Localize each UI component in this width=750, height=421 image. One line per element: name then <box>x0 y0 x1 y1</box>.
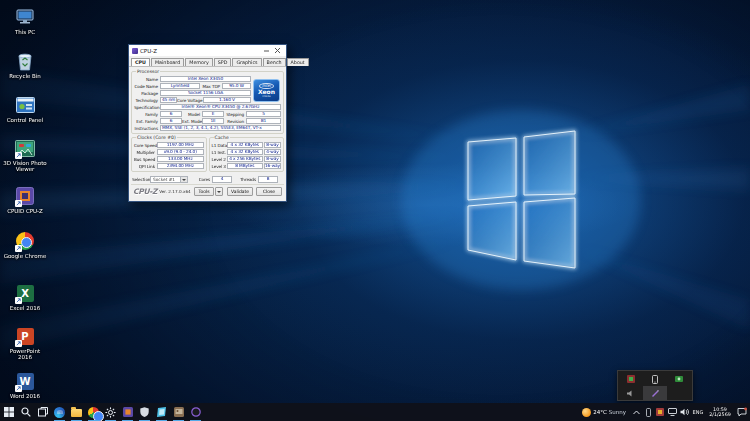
voltage-label: Core Voltage <box>177 98 203 103</box>
desktop-icon-this-pc[interactable]: This PC <box>2 6 48 35</box>
show-hidden-icons-chevron[interactable] <box>630 410 642 415</box>
l1-data-size: 4 x 32 KBytes <box>227 142 264 148</box>
socket-select-value: Socket #1 <box>151 177 180 182</box>
level3-label: Level 3 <box>212 164 227 169</box>
tab-graphics[interactable]: Graphics <box>232 58 261 66</box>
cores-value: 4 <box>212 176 232 183</box>
package-value: Socket 1156 LGA <box>160 90 251 96</box>
minimize-button[interactable] <box>261 45 272 56</box>
level2-label: Level 2 <box>212 157 227 162</box>
desktop-icon-recycle-bin[interactable]: Recycle Bin <box>2 50 48 79</box>
taskbar-photo-app-icon[interactable] <box>170 403 187 421</box>
start-button[interactable] <box>0 403 17 421</box>
tray-overflow-pen-icon[interactable] <box>643 386 667 400</box>
clocks-group: Clocks (Core #0) Core Speed1197.00 MHz M… <box>131 137 207 172</box>
instructions-value: MMX, SSE (1, 2, 3, 4.1, 4.2), SSSE3, EM6… <box>160 125 281 131</box>
tray-network-icon[interactable] <box>666 408 678 416</box>
cpuz-icon <box>14 185 36 207</box>
excel-icon: X <box>14 282 36 304</box>
tools-button[interactable]: Tools <box>194 187 214 196</box>
action-center-button[interactable] <box>734 407 750 417</box>
taskbar-purple-ring-app-icon[interactable] <box>187 403 204 421</box>
threads-value: 8 <box>258 176 278 183</box>
intel-xeon-badge-icon: intel Xeon inside <box>253 79 280 102</box>
wallpaper-vignette <box>0 0 750 421</box>
taskbar-settings-icon[interactable] <box>102 403 119 421</box>
taskbar-edge-icon[interactable] <box>51 403 68 421</box>
level3-way: 16-way <box>264 163 281 169</box>
desktop-icon-cpuid-cpuz[interactable]: CPUID CPU-Z <box>2 185 48 214</box>
tools-dropdown-button[interactable] <box>215 187 223 196</box>
language-indicator[interactable]: ENG <box>690 409 706 415</box>
tab-memory[interactable]: Memory <box>185 58 213 66</box>
taskbar-cpuz-icon[interactable] <box>119 403 136 421</box>
desktop-icon-label: 3D Vision Photo Viewer <box>2 160 48 172</box>
task-view-button[interactable] <box>34 403 51 421</box>
chrome-icon <box>14 230 36 252</box>
stepping-value: 5 <box>246 111 281 117</box>
desktop: This PC Recycle Bin Control Panel 3D Vis… <box>0 0 750 421</box>
close-button[interactable] <box>272 45 283 56</box>
technology-label: Technology <box>134 98 160 103</box>
weather-widget[interactable]: 24°C Sunny <box>578 408 630 417</box>
close-window-button[interactable]: Close <box>256 187 282 196</box>
taskbar-defender-icon[interactable] <box>136 403 153 421</box>
search-button[interactable] <box>17 403 34 421</box>
tray-overflow-cpuz-icon[interactable] <box>619 372 643 386</box>
cpuz-app-icon <box>132 48 138 54</box>
desktop-icon-google-chrome[interactable]: Google Chrome <box>2 230 48 259</box>
taskbar-chrome-icon[interactable] <box>85 403 102 421</box>
tray-overflow-graphics-icon[interactable] <box>667 372 691 386</box>
desktop-icon-excel[interactable]: X Excel 2016 <box>2 282 48 311</box>
l1-data-way: 8-way <box>264 142 281 148</box>
bus-speed-label: Bus Speed <box>134 157 157 162</box>
extmodel-label: Ext. Model <box>182 119 202 124</box>
tray-overflow-audio-icon[interactable] <box>619 386 643 400</box>
tray-overflow-device-icon[interactable] <box>643 372 667 386</box>
taskbar-clock[interactable]: 10:59 2/1/2569 <box>706 407 734 418</box>
desktop-icon-3d-vision[interactable]: 3D Vision Photo Viewer <box>2 137 48 172</box>
tab-about[interactable]: About <box>287 58 309 66</box>
taskbar-3d-vision-icon[interactable] <box>153 403 170 421</box>
desktop-icon-label: Google Chrome <box>2 253 48 259</box>
maxtdp-label: Max TDP <box>200 84 222 89</box>
desktop-icon-control-panel[interactable]: Control Panel <box>2 94 48 123</box>
revision-label: Revision <box>224 119 246 124</box>
window-title: CPU-Z <box>140 48 261 54</box>
cpuz-titlebar[interactable]: CPU-Z <box>129 45 286 56</box>
recycle-bin-icon <box>14 50 36 72</box>
taskbar-file-explorer-icon[interactable] <box>68 403 85 421</box>
stepping-label: Stepping <box>224 112 246 117</box>
tray-usb-icon[interactable] <box>642 408 654 417</box>
socket-select[interactable]: Socket #1 <box>150 176 188 183</box>
spec-value: Intel® Xeon® CPU X3450 @ 2.67GHz <box>160 104 281 110</box>
weather-temp: 24°C <box>593 409 607 415</box>
chevron-down-icon[interactable] <box>180 177 187 182</box>
level2-way: 8-way <box>264 156 281 162</box>
desktop-icon-label: Excel 2016 <box>2 305 48 311</box>
desktop-icon-label: This PC <box>2 29 48 35</box>
tab-bench[interactable]: Bench <box>263 58 286 66</box>
powerpoint-icon: P <box>14 325 36 347</box>
desktop-icon-word[interactable]: W Word 2016 <box>2 370 48 399</box>
cache-group-legend: Cache <box>214 135 230 140</box>
tray-cpuz-icon[interactable] <box>654 408 666 416</box>
inside-tag: inside <box>262 95 270 98</box>
spec-label: Specification <box>134 105 160 110</box>
codename-value: Lynnfield <box>160 83 200 89</box>
technology-value: 45 nm <box>160 97 177 103</box>
version-text: Ver. 2.17.0.x64 <box>159 189 194 194</box>
shortcut-arrow-icon <box>15 245 22 252</box>
core-speed-label: Core Speed <box>134 143 157 148</box>
tab-mainboard[interactable]: Mainboard <box>151 58 184 66</box>
desktop-icon-label: Control Panel <box>2 117 48 123</box>
level3-size: 8 MBytes <box>227 163 264 169</box>
l1-inst-size: 4 x 32 KBytes <box>227 149 264 155</box>
tab-cpu[interactable]: CPU <box>131 58 150 66</box>
desktop-icon-powerpoint[interactable]: P PowerPoint 2016 <box>2 325 48 360</box>
tab-spd[interactable]: SPD <box>214 58 232 66</box>
instructions-label: Instructions <box>134 126 160 131</box>
this-pc-icon <box>14 6 36 28</box>
validate-button[interactable]: Validate <box>227 187 253 196</box>
tray-volume-icon[interactable] <box>678 408 690 416</box>
